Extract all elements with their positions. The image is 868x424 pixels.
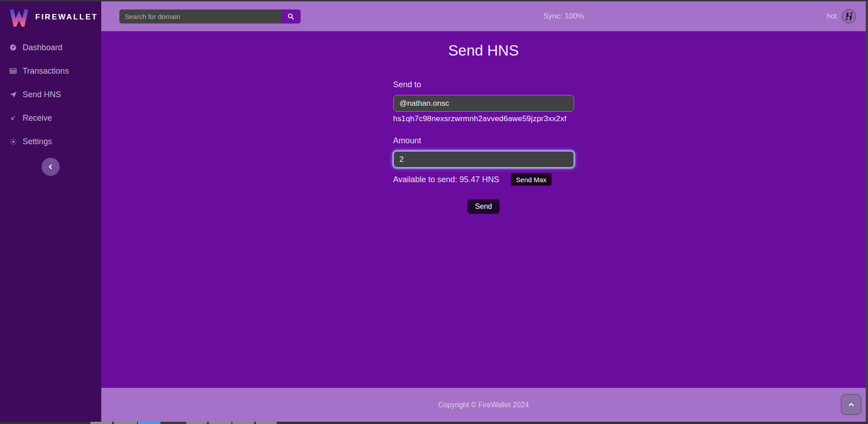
taskbar-item[interactable] [138, 422, 160, 424]
sidebar-item-label: Receive [23, 113, 52, 123]
sidebar: FIREWALLET Dashboard Transactions Send H… [0, 1, 101, 422]
taskbar-item[interactable] [232, 422, 254, 424]
sidebar-item-receive[interactable]: Receive [0, 106, 101, 130]
amount-input[interactable] [393, 151, 574, 168]
taskbar-item[interactable] [256, 422, 277, 424]
resolved-address: hs1qh7c98nexsrzwrmnh2avved6awe59jzpr3xx2… [393, 114, 574, 123]
scrollbar[interactable] [866, 1, 868, 424]
sidebar-item-label: Dashboard [23, 43, 62, 52]
chevron-up-icon [847, 400, 855, 409]
chevron-left-icon [47, 163, 55, 171]
send-form: Send to hs1qh7c98nexsrzwrmnh2avved6awe59… [393, 80, 574, 214]
send-max-button[interactable]: Send Max [511, 173, 552, 186]
firewallet-logo-icon [9, 8, 29, 27]
brand[interactable]: FIREWALLET [0, 1, 101, 31]
sidebar-item-transactions[interactable]: Transactions [0, 59, 101, 83]
taskbar[interactable] [0, 422, 868, 424]
taskbar-item[interactable] [90, 422, 112, 424]
taskbar-item[interactable] [209, 422, 231, 424]
sidebar-item-label: Settings [23, 137, 52, 146]
search-input[interactable] [119, 9, 281, 24]
page-title: Send HNS [101, 42, 866, 59]
gauge-icon [9, 43, 17, 52]
top-bar: Sync: 100% hot [101, 1, 866, 31]
send-button[interactable]: Send [467, 199, 500, 214]
handshake-logo-icon [841, 9, 857, 24]
amount-label: Amount [393, 136, 574, 146]
taskbar-item[interactable] [114, 422, 137, 424]
search-button[interactable] [281, 9, 301, 24]
receive-arrow-icon [9, 114, 17, 122]
main-content: Send HNS Send to hs1qh7c98nexsrzwrmnh2av… [101, 31, 866, 388]
sidebar-item-label: Send HNS [23, 90, 61, 99]
gear-icon [9, 137, 17, 146]
table-icon [9, 67, 17, 75]
sidebar-nav: Dashboard Transactions Send HNS Receive … [0, 36, 101, 153]
sidebar-item-settings[interactable]: Settings [0, 130, 101, 153]
available-balance-text: Available to send: 95.47 HNS [393, 175, 500, 184]
sidebar-collapse-button[interactable] [42, 158, 60, 176]
wallet-switcher[interactable]: hot [827, 9, 857, 24]
sidebar-item-label: Transactions [23, 66, 69, 76]
search-icon [287, 13, 295, 20]
paper-plane-icon [9, 90, 17, 99]
wallet-name: hot [827, 12, 837, 20]
copyright-text: Copyright © FireWallet 2024 [438, 401, 529, 409]
domain-search [119, 9, 301, 24]
taskbar-item[interactable] [161, 422, 185, 424]
footer: Copyright © FireWallet 2024 [101, 388, 866, 422]
sync-status: Sync: 100% [301, 12, 827, 21]
taskbar-item[interactable] [186, 422, 207, 424]
window-top-edge [0, 0, 868, 1]
sidebar-item-dashboard[interactable]: Dashboard [0, 36, 101, 59]
scroll-to-top-button[interactable] [841, 394, 861, 415]
brand-title: FIREWALLET [35, 13, 98, 22]
send-to-label: Send to [393, 80, 574, 90]
sidebar-item-send-hns[interactable]: Send HNS [0, 83, 101, 106]
send-to-input[interactable] [393, 95, 574, 112]
